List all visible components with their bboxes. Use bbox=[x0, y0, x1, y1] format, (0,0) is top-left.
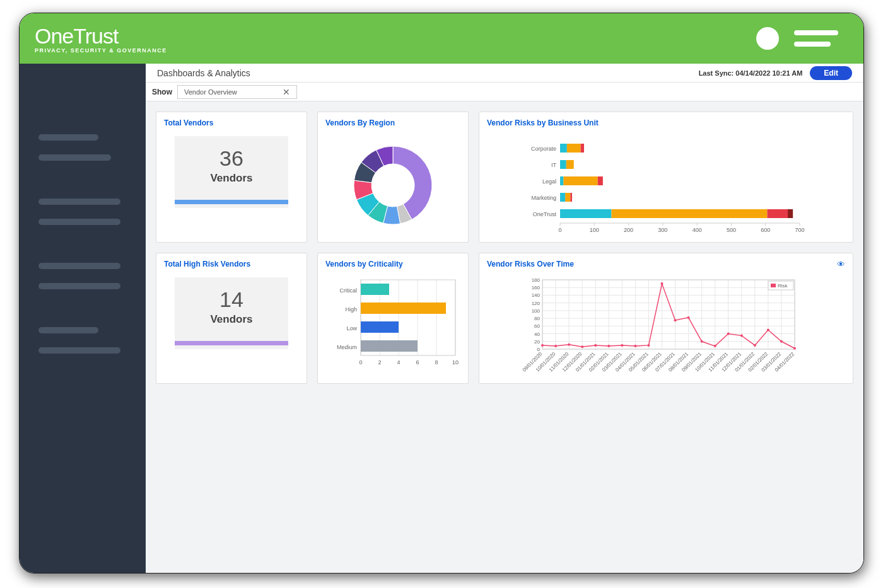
sidebar-item[interactable] bbox=[38, 219, 120, 225]
svg-rect-12 bbox=[560, 193, 565, 202]
svg-rect-18 bbox=[767, 209, 788, 218]
sidebar-item[interactable] bbox=[38, 327, 98, 333]
card-title: Vendor Risks Over Time bbox=[487, 260, 845, 268]
kpi-accent-bar bbox=[175, 200, 288, 204]
sidebar-item[interactable] bbox=[38, 134, 98, 141]
svg-text:100: 100 bbox=[532, 308, 541, 314]
svg-point-132 bbox=[714, 345, 716, 347]
svg-point-137 bbox=[780, 340, 783, 343]
eye-icon[interactable]: 👁 bbox=[837, 260, 845, 269]
page-title: Dashboards & Analytics bbox=[157, 68, 699, 78]
kpi-box: 36 Vendors bbox=[175, 136, 288, 208]
card-title: Total Vendors bbox=[164, 118, 299, 127]
svg-rect-10 bbox=[598, 176, 603, 185]
filter-label: Show bbox=[152, 88, 172, 96]
svg-point-129 bbox=[674, 319, 677, 321]
svg-text:Corporate: Corporate bbox=[531, 146, 556, 152]
svg-text:400: 400 bbox=[693, 227, 702, 233]
sidebar-group-1 bbox=[20, 134, 146, 161]
svg-text:Legal: Legal bbox=[542, 178, 556, 185]
card-total-vendors: Total Vendors 36 Vendors bbox=[156, 112, 307, 243]
svg-point-138 bbox=[793, 347, 796, 350]
sidebar bbox=[20, 64, 146, 573]
svg-point-127 bbox=[647, 344, 650, 347]
kpi-unit: Vendors bbox=[175, 313, 288, 326]
svg-text:600: 600 bbox=[761, 227, 770, 233]
svg-rect-2 bbox=[567, 144, 581, 153]
svg-text:140: 140 bbox=[532, 292, 541, 298]
svg-point-136 bbox=[767, 328, 769, 331]
svg-rect-118 bbox=[542, 280, 795, 349]
stacked-bar-chart: CorporateITLegalMarketingOneTrust0100200… bbox=[521, 134, 811, 234]
edit-button[interactable]: Edit bbox=[810, 66, 852, 80]
svg-rect-51 bbox=[361, 340, 418, 352]
svg-text:OneTrust: OneTrust bbox=[533, 211, 557, 217]
svg-text:60: 60 bbox=[534, 323, 540, 329]
brand-tagline: PRIVACY, SECURITY & GOVERNANCE bbox=[35, 47, 167, 54]
card-risks-over-time: Vendor Risks Over Time 👁 020406080100120… bbox=[479, 253, 853, 384]
svg-point-123 bbox=[594, 344, 597, 347]
svg-text:200: 200 bbox=[624, 227, 633, 233]
svg-text:Medium: Medium bbox=[337, 344, 357, 350]
svg-point-120 bbox=[554, 345, 557, 347]
svg-point-130 bbox=[687, 316, 690, 319]
sidebar-group-4 bbox=[20, 327, 146, 354]
svg-rect-19 bbox=[788, 209, 793, 218]
svg-rect-17 bbox=[611, 209, 767, 218]
brand-logo: OneTrust PRIVACY, SECURITY & GOVERNANCE bbox=[35, 24, 167, 54]
donut-chart bbox=[330, 134, 456, 234]
svg-rect-8 bbox=[560, 176, 563, 185]
svg-rect-45 bbox=[361, 284, 389, 295]
svg-rect-16 bbox=[560, 209, 611, 218]
svg-point-121 bbox=[568, 343, 570, 346]
svg-point-126 bbox=[634, 345, 636, 347]
svg-text:120: 120 bbox=[532, 301, 541, 306]
svg-rect-5 bbox=[560, 160, 566, 169]
menu-icon[interactable] bbox=[794, 30, 838, 47]
kpi-value: 36 bbox=[175, 146, 288, 171]
svg-rect-140 bbox=[771, 284, 776, 287]
card-title: Vendor Risks by Business Unit bbox=[487, 118, 845, 127]
svg-point-134 bbox=[740, 335, 743, 337]
svg-point-119 bbox=[541, 344, 544, 347]
svg-point-133 bbox=[727, 333, 730, 335]
svg-text:6: 6 bbox=[416, 359, 419, 366]
kpi-unit: Vendors bbox=[175, 172, 288, 185]
svg-point-128 bbox=[660, 282, 663, 285]
filter-select[interactable]: Vendor Overview ✕ bbox=[177, 85, 297, 99]
line-chart: 02040608010012014016018009/01/202010/01/… bbox=[521, 275, 811, 376]
svg-point-125 bbox=[621, 344, 623, 347]
brand-name: OneTrust bbox=[35, 24, 167, 49]
sidebar-item[interactable] bbox=[38, 347, 120, 354]
svg-text:160: 160 bbox=[532, 285, 541, 291]
svg-text:180: 180 bbox=[532, 277, 541, 283]
sidebar-group-3 bbox=[20, 263, 146, 289]
last-sync-label: Last Sync: 04/14/2022 10:21 AM bbox=[699, 69, 803, 77]
topbar: OneTrust PRIVACY, SECURITY & GOVERNANCE bbox=[20, 13, 863, 64]
svg-text:Low: Low bbox=[346, 325, 357, 331]
avatar[interactable] bbox=[756, 27, 779, 50]
kpi-box: 14 Vendors bbox=[175, 277, 288, 349]
svg-point-124 bbox=[607, 345, 610, 347]
filter-bar: Show Vendor Overview ✕ bbox=[146, 83, 863, 101]
svg-text:2: 2 bbox=[378, 359, 381, 366]
bar-chart: CriticalHighLowMedium0246810 bbox=[325, 275, 464, 376]
filter-value: Vendor Overview bbox=[184, 88, 237, 96]
sidebar-item[interactable] bbox=[38, 263, 120, 269]
svg-text:20: 20 bbox=[534, 339, 540, 345]
svg-text:Marketing: Marketing bbox=[531, 195, 556, 201]
close-icon[interactable]: ✕ bbox=[280, 87, 293, 97]
svg-text:80: 80 bbox=[534, 316, 540, 321]
sidebar-item[interactable] bbox=[38, 154, 111, 161]
sidebar-item[interactable] bbox=[38, 199, 120, 205]
card-vendors-by-region: Vendors By Region bbox=[317, 112, 469, 243]
sidebar-item[interactable] bbox=[38, 283, 120, 289]
svg-point-122 bbox=[581, 345, 583, 348]
sidebar-group-2 bbox=[20, 199, 146, 225]
card-title: Total High Risk Vendors bbox=[164, 260, 299, 268]
card-title: Vendors By Region bbox=[325, 118, 460, 127]
svg-text:10: 10 bbox=[452, 359, 459, 366]
svg-rect-9 bbox=[563, 176, 597, 185]
svg-point-131 bbox=[701, 340, 703, 343]
svg-rect-6 bbox=[566, 160, 574, 169]
